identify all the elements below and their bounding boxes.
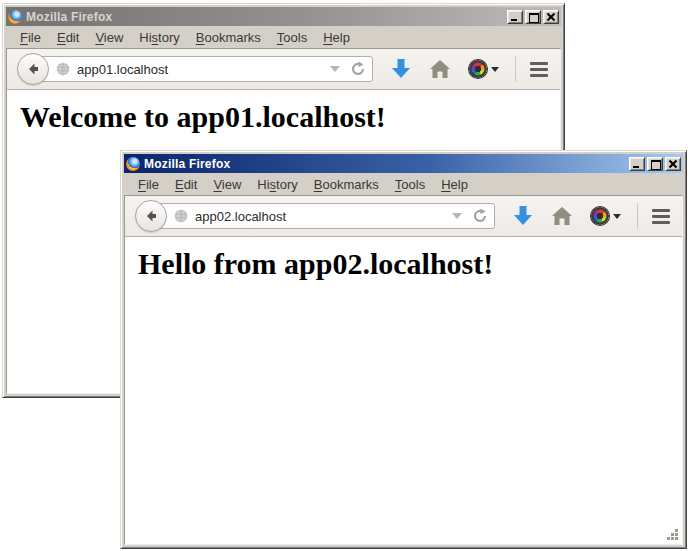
menu-item-bookmarks[interactable]: Bookmarks xyxy=(306,175,387,194)
menu-item-tools[interactable]: Tools xyxy=(387,175,433,194)
page-heading: Hello from app02.localhost! xyxy=(138,247,682,281)
addon-button[interactable] xyxy=(591,207,621,225)
back-arrow-icon xyxy=(25,61,41,77)
close-button[interactable] xyxy=(665,157,681,171)
maximize-button[interactable] xyxy=(647,157,663,171)
color-wheel-icon xyxy=(469,60,487,78)
download-button[interactable] xyxy=(391,58,411,80)
browser-window-app02[interactable]: Mozilla Firefox File Edit View History B… xyxy=(120,150,687,549)
globe-icon xyxy=(56,62,70,76)
chevron-down-icon xyxy=(613,214,621,219)
menu-item-view[interactable]: View xyxy=(205,175,249,194)
menu-item-history[interactable]: History xyxy=(249,175,305,194)
firefox-logo-icon xyxy=(8,10,22,24)
download-button[interactable] xyxy=(513,205,533,227)
back-arrow-icon xyxy=(143,208,159,224)
reload-icon[interactable] xyxy=(472,208,488,224)
menu-item-bookmarks[interactable]: Bookmarks xyxy=(188,28,269,47)
chevron-down-icon[interactable] xyxy=(452,213,462,219)
menu-item-view[interactable]: View xyxy=(87,28,131,47)
browser-client-area: app02.localhost xyxy=(124,195,683,545)
minimize-button[interactable] xyxy=(507,10,523,24)
titlebar[interactable]: Mozilla Firefox xyxy=(124,154,683,173)
close-button[interactable] xyxy=(543,10,559,24)
menu-bar: File Edit View History Bookmarks Tools H… xyxy=(124,173,683,195)
globe-icon xyxy=(174,209,188,223)
menu-item-file[interactable]: File xyxy=(130,175,167,194)
titlebar[interactable]: Mozilla Firefox xyxy=(6,7,561,26)
menu-item-history[interactable]: History xyxy=(131,28,187,47)
hamburger-menu-button[interactable] xyxy=(652,209,670,224)
menu-item-help[interactable]: Help xyxy=(315,28,358,47)
menu-bar: File Edit View History Bookmarks Tools H… xyxy=(6,26,561,48)
addon-button[interactable] xyxy=(469,60,499,78)
window-title: Mozilla Firefox xyxy=(144,157,230,171)
home-icon xyxy=(551,206,573,226)
menu-item-tools[interactable]: Tools xyxy=(269,28,315,47)
menu-item-file[interactable]: File xyxy=(12,28,49,47)
minimize-button[interactable] xyxy=(629,157,645,171)
back-button[interactable] xyxy=(135,200,167,232)
home-button[interactable] xyxy=(551,206,573,226)
url-bar[interactable]: app01.localhost xyxy=(33,56,373,82)
url-bar[interactable]: app02.localhost xyxy=(151,203,495,229)
reload-icon[interactable] xyxy=(350,61,366,77)
window-controls xyxy=(505,10,559,24)
navigation-toolbar: app02.localhost xyxy=(125,196,682,237)
chevron-down-icon[interactable] xyxy=(330,66,340,72)
hamburger-menu-button[interactable] xyxy=(530,62,548,77)
color-wheel-icon xyxy=(591,207,609,225)
window-controls xyxy=(627,157,681,171)
navigation-toolbar: app01.localhost xyxy=(7,49,560,90)
chevron-down-icon xyxy=(491,67,499,72)
menu-item-edit[interactable]: Edit xyxy=(167,175,205,194)
firefox-logo-icon xyxy=(126,157,140,171)
download-arrow-icon xyxy=(391,58,411,80)
maximize-button[interactable] xyxy=(525,10,541,24)
toolbar-separator xyxy=(637,203,638,229)
page-content: Hello from app02.localhost! xyxy=(125,237,682,544)
window-title: Mozilla Firefox xyxy=(26,10,112,24)
home-button[interactable] xyxy=(429,59,451,79)
page-heading: Welcome to app01.localhost! xyxy=(20,100,560,134)
menu-item-edit[interactable]: Edit xyxy=(49,28,87,47)
address-text[interactable]: app01.localhost xyxy=(77,62,324,77)
resize-grip[interactable] xyxy=(667,529,680,542)
home-icon xyxy=(429,59,451,79)
menu-item-help[interactable]: Help xyxy=(433,175,476,194)
address-text[interactable]: app02.localhost xyxy=(195,209,446,224)
back-button[interactable] xyxy=(17,53,49,85)
download-arrow-icon xyxy=(513,205,533,227)
toolbar-separator xyxy=(515,56,516,82)
